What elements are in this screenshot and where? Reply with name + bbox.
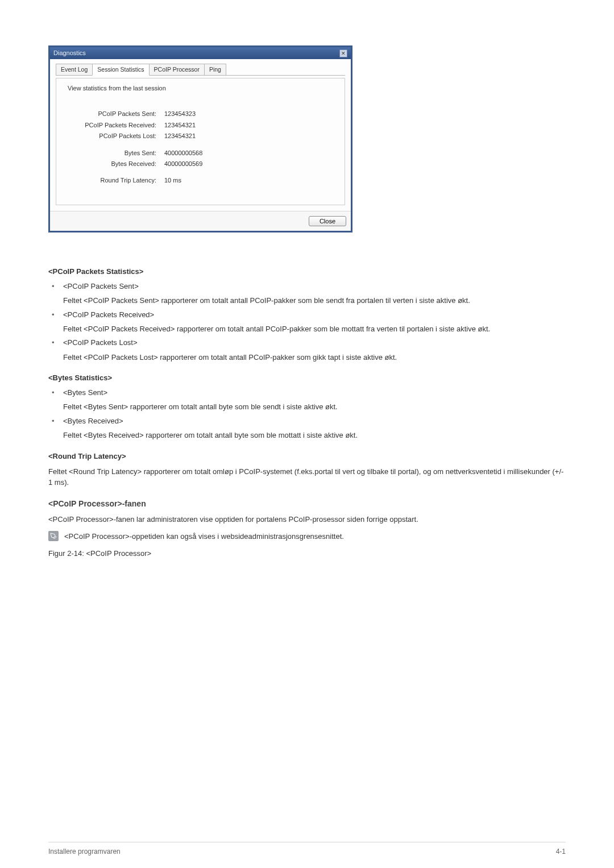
stat-value: 40000000569 <box>164 160 202 168</box>
dialog-titlebar: Diagnostics ✕ <box>50 47 351 59</box>
stat-label: PCoIP Packets Sent: <box>68 110 164 118</box>
heading-pcoip-packets-statistics: <PCoIP Packets Statistics> <box>48 267 566 277</box>
stats-panel: View statistics from the last session PC… <box>56 78 345 205</box>
stat-label: Round Trip Latency: <box>68 176 164 185</box>
stat-row: Bytes Sent: 40000000568 <box>68 149 333 157</box>
diagnostics-dialog: Diagnostics ✕ Event Log Session Statisti… <box>48 45 352 232</box>
note-icon <box>48 531 59 541</box>
bullet-item: <PCoIP Packets Sent> <box>48 281 566 292</box>
stat-row: PCoIP Packets Received: 123454321 <box>68 121 333 130</box>
bullet-item: <PCoIP Packets Lost> <box>48 338 566 348</box>
heading-bytes-statistics: <Bytes Statistics> <box>48 373 566 383</box>
stat-value: 40000000568 <box>164 149 202 157</box>
stat-value: 123454323 <box>164 110 196 118</box>
stat-label: Bytes Sent: <box>68 149 164 157</box>
dialog-title: Diagnostics <box>53 49 86 57</box>
stat-row: Bytes Received: 40000000569 <box>68 160 333 168</box>
stat-row: Round Trip Latency: 10 ms <box>68 176 333 185</box>
stat-value: 123454321 <box>164 132 196 140</box>
tab-pcoip-processor[interactable]: PCoIP Processor <box>149 64 205 75</box>
tab-event-log[interactable]: Event Log <box>56 64 93 75</box>
note-block: <PCoIP Processor>-oppetiden kan også vis… <box>48 531 566 542</box>
diagnostics-dialog-figure: Diagnostics ✕ Event Log Session Statisti… <box>48 45 566 232</box>
paragraph: Feltet <PCoIP Packets Lost> rapporterer … <box>48 352 566 363</box>
dialog-bottom-bar: Close <box>50 211 351 231</box>
paragraph: <PCoIP Processor>-fanen lar administrato… <box>48 514 566 525</box>
stat-label: PCoIP Packets Received: <box>68 121 164 130</box>
close-button[interactable]: Close <box>309 216 346 226</box>
panel-description: View statistics from the last session <box>68 84 333 93</box>
bullet-item: <PCoIP Packets Received> <box>48 310 566 320</box>
paragraph: Feltet <PCoIP Packets Received> rapporte… <box>48 323 566 335</box>
tab-session-statistics[interactable]: Session Statistics <box>92 64 149 76</box>
figure-caption: Figur 2-14: <PCoIP Processor> <box>48 549 566 559</box>
paragraph: Feltet <PCoIP Packets Sent> rapporterer … <box>48 295 566 306</box>
stat-value: 10 ms <box>164 176 181 185</box>
stat-value: 123454321 <box>164 121 196 130</box>
paragraph: Feltet <Round Trip Latency> rapporterer … <box>48 466 566 488</box>
paragraph: Feltet <Bytes Sent> rapporterer om total… <box>48 401 566 413</box>
heading-round-trip-latency: <Round Trip Latency> <box>48 451 566 462</box>
dialog-body: Event Log Session Statistics PCoIP Proce… <box>50 59 351 210</box>
bullet-item: <Bytes Sent> <box>48 388 566 398</box>
stat-row: PCoIP Packets Lost: 123454321 <box>68 132 333 140</box>
bullet-item: <Bytes Received> <box>48 416 566 426</box>
stat-label: Bytes Received: <box>68 160 164 168</box>
paragraph: Feltet <Bytes Received> rapporterer om t… <box>48 430 566 441</box>
heading-pcoip-processor-tab: <PCoIP Processor>-fanen <box>48 499 566 510</box>
note-text: <PCoIP Processor>-oppetiden kan også vis… <box>64 531 344 542</box>
tab-bar: Event Log Session Statistics PCoIP Proce… <box>56 64 345 76</box>
close-icon[interactable]: ✕ <box>339 49 347 57</box>
stat-row: PCoIP Packets Sent: 123454323 <box>68 110 333 118</box>
tab-ping[interactable]: Ping <box>204 64 226 75</box>
stat-label: PCoIP Packets Lost: <box>68 132 164 140</box>
